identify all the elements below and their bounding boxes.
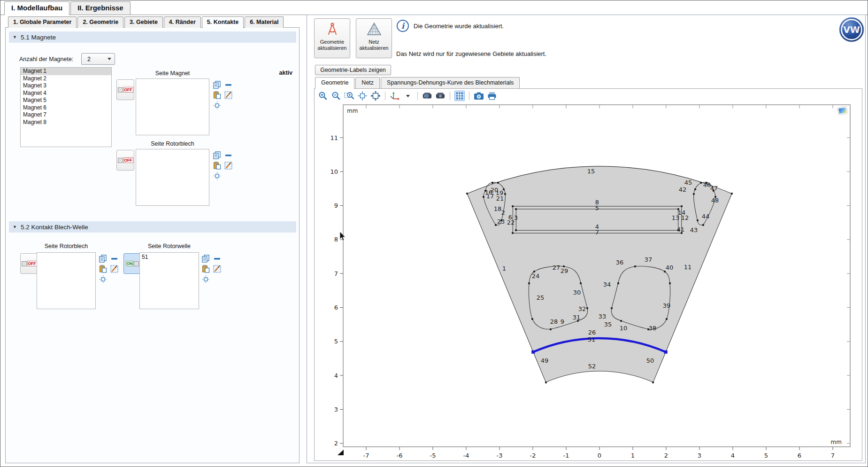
rotorblech-side-toggle-off[interactable]: OFF [116,150,134,171]
zoom-to-selection-icon[interactable] [99,275,107,283]
plot-svg[interactable]: -7-6-5-4-3-2-101234567234567891011mmmm15… [324,102,862,466]
toggle-knob [22,261,27,266]
remove-selection-icon[interactable] [224,151,232,159]
subtab-6-material[interactable]: 6. Material [245,16,284,28]
seite-magnet-selection-box[interactable] [136,78,209,135]
section-header-magnete[interactable]: ▼ 5.1 Magnete [9,31,296,43]
seite-rotorblech-selection-box[interactable] [136,149,209,206]
paste-selection-icon[interactable] [99,265,107,273]
paste-selection-icon[interactable] [201,265,210,273]
subtab-3-gebiete[interactable]: 3. Gebiete [124,16,163,28]
subtab-4-ränder[interactable]: 4. Ränder [164,16,201,28]
remove-selection-icon[interactable] [213,254,221,263]
animation-export-icon[interactable] [435,91,446,101]
zoom-selected-icon[interactable] [357,91,368,101]
edge-label: 21 [496,195,504,202]
print-icon[interactable] [487,91,497,101]
edge-label: 1 [502,265,506,272]
clear-selection-icon[interactable] [224,91,232,99]
vertex-dot [634,265,636,267]
y-tick-label: 3 [334,406,338,413]
kontakt-rotorblech-selection-box[interactable] [37,252,96,309]
seite-rotorblech-title-51: Seite Rotorblech [136,140,209,147]
vertex-dot [700,182,702,184]
magnet-side-toggle-off[interactable]: OFF [116,79,134,100]
vertex-dot [515,208,517,210]
toolbar-separator [385,92,385,100]
zoom-box-icon[interactable] [344,91,354,101]
paste-selection-icon[interactable] [213,91,221,99]
vertex-dot [512,205,514,207]
snapshot-icon[interactable] [474,91,484,101]
x-tick-label: -3 [497,452,503,459]
info-icon: i [396,19,409,32]
clear-selection-icon[interactable] [213,265,221,273]
tab-i-modellaufbau[interactable]: I. Modellaufbau [4,1,69,15]
kontakt-rotorblech-title: Seite Rotorblech [37,243,96,249]
netz-aktualisieren-button[interactable]: Netz aktualisieren [356,18,392,58]
geometrie-labels-button[interactable]: Geometrie-Labels zeigen [315,65,391,75]
magnet-list-item[interactable]: Magnet 6 [21,104,111,112]
zoom-out-icon[interactable] [331,91,341,101]
geometrie-aktualisieren-button[interactable]: Geometrie aktualisieren [314,18,350,58]
zoom-extents-icon[interactable] [370,91,381,101]
y-tick-label: 9 [334,202,338,209]
zoom-to-selection-icon[interactable] [213,101,221,109]
copy-selection-icon[interactable] [99,254,107,263]
magnet-list-item[interactable]: Magnet 8 [21,119,111,126]
magnet-list[interactable]: Magnet 1Magnet 2Magnet 3Magnet 4Magnet 5… [20,67,112,147]
copy-selection-icon[interactable] [201,254,210,263]
kontakt-rotorwelle-selection-box[interactable]: 51 [139,252,199,309]
info-message: Die Geometrie wurde aktualisiert. [414,23,504,30]
paste-selection-icon[interactable] [213,161,221,170]
graph-tab-bar: GeometrieNetzSpannungs-Dehnungs-Kurve de… [315,77,521,89]
graphtab-geometrie[interactable]: Geometrie [315,77,354,89]
graphtab-spannungs-dehnungs-kurve-des-blechmaterials[interactable]: Spannungs-Dehnungs-Kurve des Blechmateri… [381,77,520,88]
edge-label: 36 [616,259,624,266]
zoom-in-icon[interactable] [318,91,328,101]
y-tick-label: 6 [334,304,338,311]
x-tick-label: 2 [664,452,668,459]
magnet-list-item[interactable]: Magnet 3 [21,82,111,90]
edge-label: 6 [508,214,512,221]
toggle-on-label: ON [126,261,134,266]
subtab-5-kontakte[interactable]: 5. Kontakte [202,16,244,28]
x-tick-label: 5 [764,452,768,459]
subtab-2-geometrie[interactable]: 2. Geometrie [77,16,123,28]
remove-selection-icon[interactable] [110,254,118,263]
copy-selection-icon[interactable] [213,151,221,159]
clear-selection-icon[interactable] [110,265,118,273]
vertex-dot [512,232,514,234]
zoom-to-selection-icon[interactable] [213,171,221,180]
anzahl-dropdown[interactable]: 2 [81,53,115,65]
edge-label: 49 [541,357,549,364]
magnet-list-item[interactable]: Magnet 4 [21,90,111,97]
view-axis-icon[interactable] [390,91,400,101]
grid-icon[interactable] [454,91,465,101]
magnet-list-item[interactable]: Magnet 2 [21,75,111,83]
edge-label: 10 [620,325,628,332]
selection-entry[interactable]: 51 [142,254,197,260]
image-export-icon[interactable] [422,91,432,101]
magnet-list-item[interactable]: Magnet 1 [21,68,111,75]
x-tick-label: 7 [831,452,835,459]
magnet-list-item[interactable]: Magnet 7 [21,111,111,119]
section-header-kontakt[interactable]: ▼ 5.2 Kontakt Blech-Welle [9,221,296,233]
y-tick-label: 2 [334,440,338,447]
plot-window-icon[interactable] [837,107,847,115]
edge-label: 47 [710,185,718,192]
graphtab-netz[interactable]: Netz [355,77,380,88]
edge-label: 15 [587,168,595,175]
caret-icon[interactable] [403,91,413,101]
remove-selection-icon[interactable] [224,80,232,89]
magnet-list-item[interactable]: Magnet 5 [21,97,111,104]
tab-ii-ergebnisse[interactable]: II. Ergebnisse [70,1,131,15]
toggle-off-label: OFF [27,261,37,266]
edge-label: 5 [595,204,599,211]
copy-selection-icon[interactable] [213,80,221,89]
clear-selection-icon[interactable] [224,161,232,170]
subtab-1-globale-parameter[interactable]: 1. Globale Parameter [8,16,77,28]
kontakt-rotorwelle-toggle-on[interactable]: ON [123,253,141,274]
zoom-to-selection-icon[interactable] [201,275,210,283]
kontakt-rotorblech-toggle-off[interactable]: OFF [20,253,38,274]
